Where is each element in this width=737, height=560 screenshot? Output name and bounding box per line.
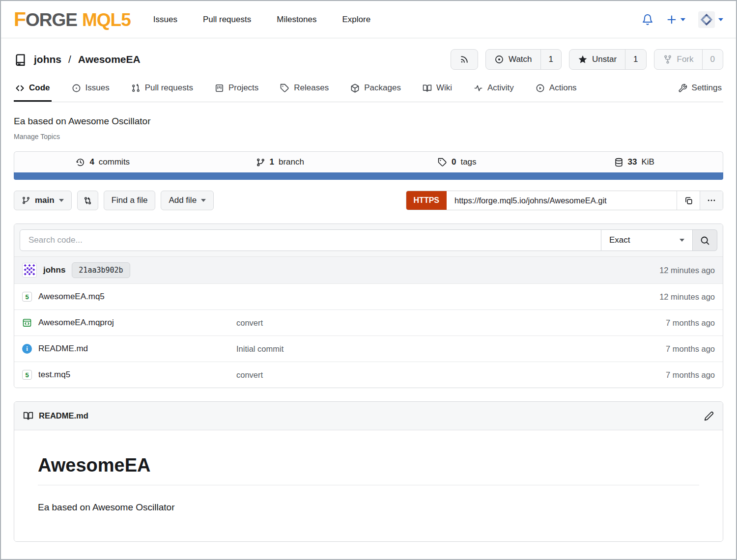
search-mode-select[interactable]: Exact	[601, 229, 693, 251]
avatar	[698, 11, 715, 28]
package-icon	[350, 84, 360, 93]
branch-icon	[256, 158, 265, 167]
tab-code[interactable]: Code	[14, 77, 52, 102]
tab-issues[interactable]: Issues	[70, 77, 111, 102]
tab-wiki[interactable]: Wiki	[421, 77, 454, 102]
search-code-input[interactable]	[20, 229, 601, 251]
nav-link-explore[interactable]: Explore	[342, 15, 370, 25]
actions-icon	[536, 84, 545, 93]
tag-icon	[438, 158, 447, 167]
file-commit-message[interactable]: convert	[236, 370, 666, 380]
nav-links: Issues Pull requests Milestones Explore	[153, 15, 370, 25]
add-file-button[interactable]: Add file	[161, 191, 214, 210]
chevron-down-icon	[680, 239, 684, 242]
history-icon	[76, 158, 85, 167]
copy-url-button[interactable]	[677, 191, 700, 210]
repo-owner-link[interactable]: johns	[34, 54, 61, 65]
rss-feed-button[interactable]	[451, 49, 478, 70]
readme-header: README.md	[14, 402, 723, 430]
fork-count[interactable]: 0	[702, 50, 723, 69]
nav-link-pull-requests[interactable]: Pull requests	[203, 15, 251, 25]
stat-branches[interactable]: 1branch	[192, 152, 369, 172]
more-options-button[interactable]	[700, 191, 723, 210]
clone-url-input[interactable]	[447, 191, 677, 210]
notifications-bell-button[interactable]	[642, 14, 653, 26]
file-name-link[interactable]: AwesomeEA.mqproj	[38, 318, 114, 328]
activity-icon	[474, 84, 483, 93]
chevron-down-icon	[680, 18, 685, 21]
tab-pull-requests[interactable]: Pull requests	[130, 77, 195, 102]
file-commit-message[interactable]: convert	[236, 318, 666, 328]
avatar-knot-icon	[700, 13, 713, 26]
create-new-button[interactable]	[666, 14, 685, 25]
fork-button-group: Fork 0	[654, 49, 723, 70]
repo-name-link[interactable]: AwesomeEA	[78, 54, 141, 65]
pencil-icon	[704, 411, 714, 421]
chevron-down-icon	[201, 199, 206, 202]
watch-button[interactable]: Watch	[486, 50, 540, 69]
tab-releases[interactable]: Releases	[279, 77, 330, 102]
file-row: 5 AwesomeEA.mq5 12 minutes ago	[14, 283, 723, 309]
top-navbar: FORGEMQL5 Issues Pull requests Milestone…	[1, 1, 736, 38]
fork-button[interactable]: Fork	[654, 50, 702, 69]
file-commit-time: 7 months ago	[666, 344, 715, 354]
wiki-icon	[423, 84, 432, 93]
file-name-link[interactable]: test.mq5	[38, 370, 70, 380]
info-file-icon: i	[22, 344, 32, 354]
forge-mql5-logo[interactable]: FORGEMQL5	[14, 8, 131, 31]
code-search-bar: Exact	[14, 224, 723, 256]
latest-commit-row: johns 21aa3b902b 12 minutes ago	[14, 256, 723, 283]
chevron-down-icon	[718, 18, 723, 21]
find-file-button[interactable]: Find a file	[104, 191, 156, 210]
search-submit-button[interactable]	[693, 229, 717, 251]
current-branch-name: main	[35, 196, 55, 205]
file-name-link[interactable]: README.md	[38, 344, 88, 354]
commit-time: 12 minutes ago	[659, 266, 715, 275]
issue-icon	[72, 84, 81, 93]
commit-hash-badge[interactable]: 21aa3b902b	[72, 262, 130, 278]
search-mode-value: Exact	[609, 235, 630, 245]
tab-packages[interactable]: Packages	[349, 77, 402, 102]
compare-branches-button[interactable]	[77, 191, 98, 210]
fork-label: Fork	[677, 55, 694, 64]
repo-header: johns / AwesomeEA Watch 1 Unstar 1	[14, 49, 723, 70]
logo-forge-rest: ORGE	[26, 10, 77, 30]
repo-stats-bar: 4commits 1branch 0tags 33KiB	[14, 151, 723, 172]
rss-icon	[459, 55, 469, 64]
language-stats-bar[interactable]	[14, 172, 723, 180]
tab-actions[interactable]: Actions	[534, 77, 578, 102]
projects-icon	[215, 84, 224, 93]
repo-tab-bar: Code Issues Pull requests Projects Relea…	[14, 77, 723, 102]
stat-commits[interactable]: 4commits	[14, 152, 192, 172]
stat-size[interactable]: 33KiB	[546, 152, 723, 172]
edit-readme-button[interactable]	[704, 411, 714, 421]
readme-filename[interactable]: README.md	[39, 411, 88, 420]
user-menu-button[interactable]	[698, 11, 723, 28]
watch-count[interactable]: 1	[540, 50, 561, 69]
unstar-label: Unstar	[592, 55, 617, 64]
nav-link-issues[interactable]: Issues	[153, 15, 177, 25]
nav-link-milestones[interactable]: Milestones	[277, 15, 316, 25]
manage-topics-link[interactable]: Manage Topics	[14, 133, 723, 140]
unstar-button[interactable]: Unstar	[569, 50, 625, 69]
book-icon	[23, 411, 33, 421]
commit-author-avatar[interactable]	[22, 263, 37, 278]
tab-settings[interactable]: Settings	[677, 77, 723, 102]
repo-description: Ea based on Awesome Oscillator	[14, 116, 723, 127]
branch-select-button[interactable]: main	[14, 191, 72, 210]
plus-icon	[666, 14, 677, 25]
https-protocol-button[interactable]: HTTPS	[406, 191, 447, 210]
star-count[interactable]: 1	[625, 50, 646, 69]
file-name-link[interactable]: AwesomeEA.mq5	[38, 292, 105, 302]
tab-activity[interactable]: Activity	[472, 77, 515, 102]
tab-projects[interactable]: Projects	[213, 77, 260, 102]
code-icon	[15, 84, 25, 93]
file-commit-message[interactable]: Initial commit	[236, 344, 666, 354]
copy-icon	[684, 196, 693, 205]
bell-icon	[642, 14, 653, 26]
clone-url-group: HTTPS	[406, 191, 723, 210]
commit-author-name[interactable]: johns	[43, 265, 65, 275]
database-icon	[614, 158, 624, 167]
pull-request-icon	[131, 84, 141, 93]
stat-tags[interactable]: 0tags	[368, 152, 546, 172]
